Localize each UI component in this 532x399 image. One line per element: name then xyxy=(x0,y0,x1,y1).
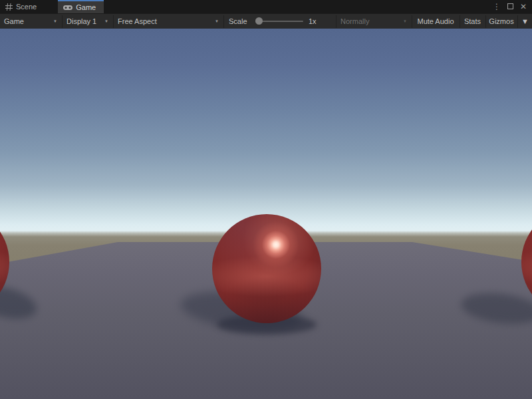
maximize-icon[interactable] xyxy=(505,1,515,13)
tab-scene-label: Scene xyxy=(16,3,37,11)
tab-scene[interactable]: Scene xyxy=(0,0,45,13)
kebab-menu-icon[interactable]: ⋮ xyxy=(492,1,501,13)
gizmos-button[interactable]: Gizmos xyxy=(486,14,517,29)
scale-value: 1x xyxy=(309,14,317,29)
red-sphere-center xyxy=(212,214,321,323)
scale-label: Scale xyxy=(229,14,247,29)
chevron-down-icon: ▼ xyxy=(403,19,407,23)
toolbar-separator xyxy=(223,15,224,28)
tab-game[interactable]: Game xyxy=(58,0,104,13)
unity-game-view-window: Scene Game ⋮ ✕ Game ▼ Display 1 ▼ Free A… xyxy=(0,0,532,399)
play-mode-dropdown[interactable]: Normally ▼ xyxy=(336,14,411,29)
chevron-down-icon: ▼ xyxy=(53,19,57,23)
aspect-ratio-label: Free Aspect xyxy=(118,17,157,25)
scale-slider-knob[interactable] xyxy=(255,17,263,25)
tab-game-label: Game xyxy=(76,3,96,11)
grid-icon xyxy=(5,3,13,11)
close-icon[interactable]: ✕ xyxy=(519,1,528,13)
chevron-down-icon: ▼ xyxy=(521,17,529,25)
scale-slider[interactable] xyxy=(255,14,305,29)
display-dropdown-label: Display 1 xyxy=(66,17,96,25)
window-controls: ⋮ ✕ xyxy=(492,0,532,13)
display-dropdown[interactable]: Display 1 ▼ xyxy=(63,14,112,29)
maximize-box xyxy=(507,3,513,9)
chevron-down-icon: ▼ xyxy=(215,19,219,23)
chevron-down-icon: ▼ xyxy=(104,19,108,23)
game-mode-dropdown[interactable]: Game ▼ xyxy=(0,14,61,29)
game-view-toolbar: Game ▼ Display 1 ▼ Free Aspect ▼ Scale 1… xyxy=(0,13,532,29)
game-mode-dropdown-label: Game xyxy=(4,17,24,25)
tab-strip: Scene Game ⋮ ✕ xyxy=(0,0,532,13)
gamepad-icon xyxy=(63,5,72,11)
gizmos-dropdown-arrow[interactable]: ▼ xyxy=(518,14,532,29)
game-render-viewport[interactable] xyxy=(0,29,532,399)
aspect-ratio-dropdown[interactable]: Free Aspect ▼ xyxy=(114,14,223,29)
mute-audio-button[interactable]: Mute Audio xyxy=(412,14,459,29)
scale-slider-track[interactable] xyxy=(255,21,303,22)
play-mode-label: Normally xyxy=(340,17,369,25)
stats-button[interactable]: Stats xyxy=(460,14,485,29)
